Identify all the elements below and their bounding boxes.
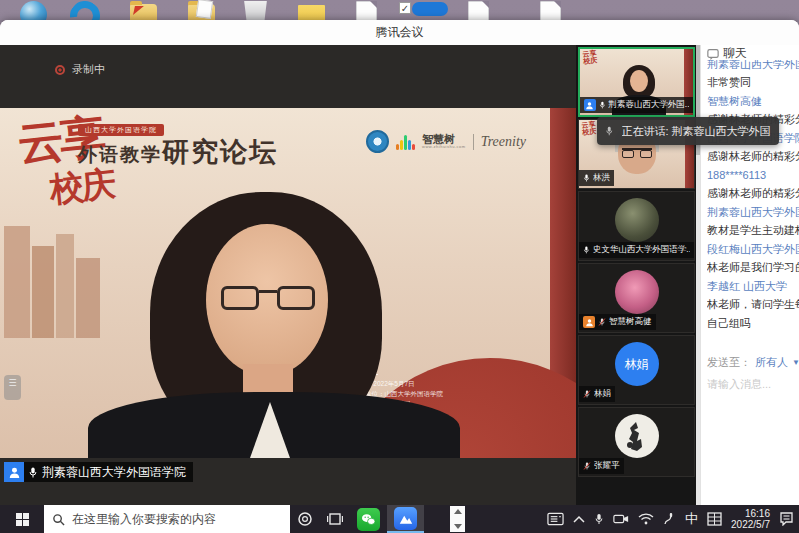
- participant-label: 荆素蓉山西大学外国...: [580, 97, 693, 113]
- task-view-button[interactable]: [320, 505, 350, 533]
- tray-camera-icon[interactable]: [613, 513, 629, 525]
- chevron-down-icon[interactable]: ▼: [792, 358, 799, 367]
- mic-muted-icon: [583, 389, 591, 399]
- chat-panel: 聊天 荆素蓉山西大学外国 非常赞同 智慧树高健 感谢林老师的精彩分享 山西大学外…: [700, 45, 799, 505]
- person-icon: [583, 316, 595, 328]
- taskbar-search[interactable]: 在这里输入你要搜索的内容: [44, 505, 290, 533]
- participant-tile[interactable]: 林娟 林娟: [578, 335, 695, 405]
- participant-tile[interactable]: 张耀平: [578, 407, 695, 477]
- building-shape: [32, 246, 54, 338]
- participant-tile[interactable]: 智慧树高健: [578, 263, 695, 333]
- avatar: [615, 270, 659, 314]
- wechat-taskbar-button[interactable]: [350, 505, 387, 533]
- chat-footer: 发送至： 所有人 ▼: [701, 355, 799, 392]
- chat-line: 188****6113: [707, 166, 799, 185]
- participant-name: 林洪: [593, 172, 610, 184]
- participants-sidebar: 云享校庆 荆素蓉山西大学外国... 云享校庆: [576, 45, 700, 505]
- wifi-icon[interactable]: [638, 513, 654, 525]
- system-tray: 中 16:16 2022/5/7: [547, 508, 799, 531]
- chat-line: 智慧树高健: [707, 92, 799, 111]
- taskbar-clock[interactable]: 16:16 2022/5/7: [731, 508, 770, 531]
- presenter-glasses: [219, 286, 317, 312]
- task-view-icon: [327, 511, 343, 527]
- chat-line: 段红梅山西大学外国: [707, 240, 799, 259]
- avatar: [615, 198, 659, 242]
- scroll-up-icon: [454, 509, 462, 514]
- participant-tile[interactable]: 云享校庆 荆素蓉山西大学外国...: [578, 47, 695, 117]
- speaking-toast-text: 正在讲话: 荆素蓉山西大学外国...: [622, 124, 772, 139]
- chat-line: 林老师，请问学生每: [707, 295, 799, 314]
- taskbar-scroll-control[interactable]: [450, 506, 465, 532]
- chat-input[interactable]: [707, 378, 795, 390]
- tencent-meeting-icon: [394, 507, 417, 530]
- notification-center-icon[interactable]: [779, 512, 794, 526]
- person-icon: [584, 99, 596, 111]
- desktop: ✓ 腾讯会议 录制中: [0, 0, 799, 533]
- send-to-select[interactable]: 所有人: [755, 355, 788, 370]
- start-button[interactable]: [0, 505, 44, 533]
- speaker-name: 荆素蓉山西大学外国语学院: [42, 464, 186, 481]
- slide-title-small: 外语教学: [78, 142, 162, 168]
- ime-indicator[interactable]: 中: [685, 510, 698, 528]
- recording-label: 录制中: [72, 62, 105, 77]
- selected-desktop-item[interactable]: [412, 2, 448, 16]
- participant-label: 史文华山西大学外国语学...: [579, 242, 694, 258]
- participant-name: 史文华山西大学外国语学...: [593, 244, 690, 256]
- send-to-label: 发送至：: [707, 355, 751, 370]
- window-title: 腾讯会议: [376, 24, 424, 41]
- windows-logo-icon: [16, 513, 29, 526]
- touch-keyboard-icon[interactable]: [707, 512, 722, 526]
- mic-muted-icon: [598, 317, 606, 327]
- cortana-icon: [297, 511, 313, 527]
- meeting-window: 腾讯会议 录制中 云享 校庆 山西大: [0, 20, 799, 505]
- building-shape: [4, 226, 30, 338]
- participant-label: 林洪: [579, 170, 614, 186]
- search-icon: [52, 513, 65, 526]
- search-placeholder: 在这里输入你要搜索的内容: [72, 511, 216, 528]
- clock-date: 2022/5/7: [731, 519, 770, 531]
- mic-icon: [28, 466, 38, 479]
- cortana-button[interactable]: [290, 505, 320, 533]
- avatar-initials: 林娟: [615, 342, 659, 386]
- logo-divider: [473, 134, 474, 150]
- chat-icon: [707, 48, 719, 60]
- zhihuishu-logo: 智慧树 www.zhihuishu.com: [422, 134, 466, 149]
- chat-message-list[interactable]: 荆素蓉山西大学外国 非常赞同 智慧树高健 感谢林老师的精彩分享 山西大学外国语学…: [701, 60, 799, 332]
- window-titlebar[interactable]: 腾讯会议: [0, 20, 799, 45]
- recording-indicator: 录制中: [55, 62, 105, 77]
- building-shape: [56, 234, 74, 338]
- taskbar: 在这里输入你要搜索的内容 中: [0, 505, 799, 533]
- checkbox-icon[interactable]: ✓: [399, 2, 411, 14]
- chat-line: 荆素蓉山西大学外国: [707, 60, 799, 73]
- person-icon: [4, 462, 24, 482]
- chat-line: 非常赞同: [707, 73, 799, 92]
- mic-icon: [583, 173, 590, 183]
- university-seal-icon: [366, 130, 389, 153]
- chat-line: 自己组吗: [707, 314, 799, 333]
- news-icon[interactable]: [547, 512, 564, 526]
- audio-cable-icon[interactable]: [663, 512, 676, 526]
- mic-icon: [599, 100, 606, 110]
- chat-line: 感谢林老师的精彩分: [707, 147, 799, 166]
- clock-time: 16:16: [731, 508, 770, 520]
- participant-name: 智慧树高健: [609, 316, 652, 328]
- chat-line: 荆素蓉山西大学外国: [707, 203, 799, 222]
- participant-name: 张耀平: [594, 460, 620, 472]
- zhihuishu-bars-icon: [396, 134, 415, 150]
- participant-label: 张耀平: [579, 458, 624, 474]
- side-panel-handle[interactable]: ☰: [4, 375, 21, 400]
- scroll-down-icon: [454, 524, 462, 529]
- mic-icon: [583, 245, 590, 255]
- participant-tile[interactable]: 史文华山西大学外国语学...: [578, 191, 695, 261]
- hidden-icons-chevron[interactable]: [573, 515, 585, 523]
- chat-line: 教材是学生主动建构: [707, 221, 799, 240]
- wechat-icon: [357, 508, 380, 531]
- tencent-meeting-taskbar-button[interactable]: [387, 505, 424, 533]
- tray-mic-icon[interactable]: [594, 512, 604, 526]
- avatar: [615, 414, 659, 458]
- speaker-name-bar: 荆素蓉山西大学外国语学院: [4, 462, 193, 482]
- slide-title: 外语教学 研究论坛: [78, 134, 278, 170]
- participant-label: 智慧树高健: [579, 314, 656, 330]
- main-video-stage[interactable]: 录制中 云享 校庆 山西大学外国语学院 外语教学 研究论坛: [0, 45, 576, 505]
- shared-slide-video: 云享 校庆 山西大学外国语学院 外语教学 研究论坛 智慧树: [0, 108, 576, 458]
